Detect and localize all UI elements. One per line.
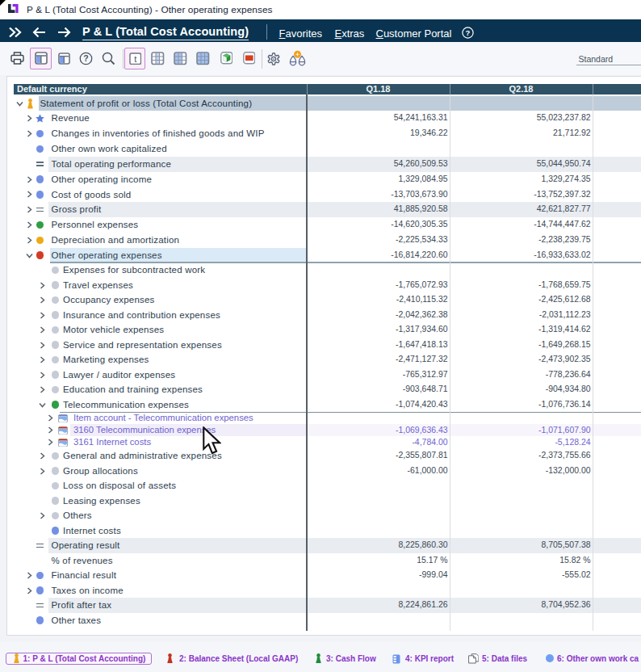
- svg-text:?: ?: [465, 28, 470, 37]
- svg-text:?: ?: [83, 53, 88, 63]
